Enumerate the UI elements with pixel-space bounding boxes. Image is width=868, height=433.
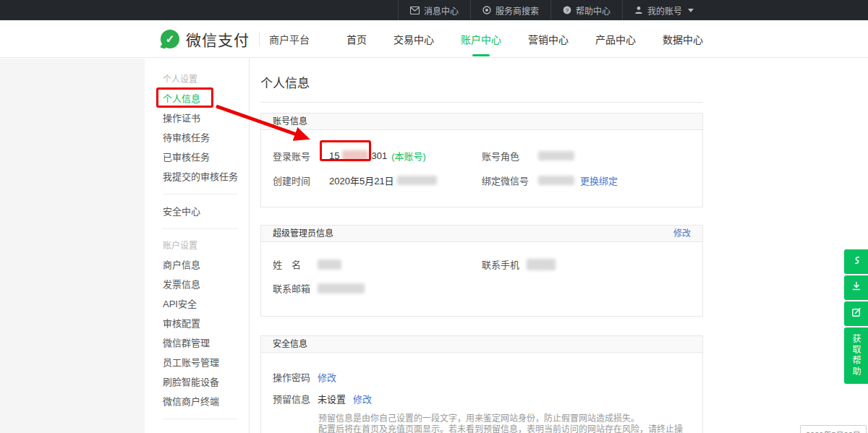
sidebar-divider <box>163 419 238 419</box>
edit-reserved-info-link[interactable]: 修改 <box>353 392 372 406</box>
bound-wechat-label: 绑定微信号 <box>482 173 538 187</box>
header: ✓ 微信支付 商户平台 首页 交易中心 账户中心 营销中心 产品中心 数据中心 <box>0 20 868 58</box>
left-gutter <box>0 59 145 433</box>
sidebar-item-wechat-group-mgmt[interactable]: 微信群管理 <box>145 333 249 353</box>
sidebar-item-security-center[interactable]: 安全中心 <box>145 202 249 221</box>
super-admin-panel-header: 超级管理员信息 修改 <box>261 226 702 242</box>
title-divider <box>260 102 703 103</box>
provider-search-link[interactable]: 服务商搜索 <box>470 0 550 20</box>
get-help-button[interactable]: 获取帮助 <box>844 327 868 384</box>
search-icon <box>482 6 491 14</box>
redacted-contact-phone <box>527 259 556 270</box>
link-icon <box>851 255 861 268</box>
operation-password-label: 操作密码 <box>273 370 318 384</box>
question-icon: ? <box>563 6 571 14</box>
envelope-icon <box>410 7 420 14</box>
redacted-created-time <box>397 176 437 185</box>
security-info-panel: 安全信息 操作密码 修改 预留信息 未设置 修改 预留 <box>260 335 703 433</box>
nav-data-center[interactable]: 数据中心 <box>663 27 703 51</box>
account-info-panel-header: 账号信息 <box>261 113 702 130</box>
super-admin-panel-title: 超级管理员信息 <box>273 226 333 241</box>
nav-home[interactable]: 首页 <box>346 27 367 51</box>
brand-separator <box>259 32 260 46</box>
redacted-login-middle <box>342 150 368 161</box>
edit-admin-link[interactable]: 修改 <box>673 226 691 241</box>
sidebar-item-review-config[interactable]: 审核配置 <box>145 314 249 333</box>
page-title: 个人信息 <box>260 73 703 91</box>
nav-product-center[interactable]: 产品中心 <box>595 27 636 51</box>
sidebar-item-api-security[interactable]: API安全 <box>145 294 249 314</box>
sidebar: 个人设置 个人信息 操作证书 待审核任务 已审核任务 我提交的审核任务 安全中心… <box>145 59 250 433</box>
sidebar-section-account-settings: 账户设置 <box>145 236 249 255</box>
my-account-label: 我的账号 <box>647 4 682 17</box>
sidebar-divider <box>163 194 238 194</box>
redacted-account-role <box>538 151 574 160</box>
super-admin-panel: 超级管理员信息 修改 姓 名 联系手机 联系邮箱 <box>260 225 703 317</box>
help-center-label: 帮助中心 <box>576 4 610 17</box>
sidebar-item-merchant-info[interactable]: 商户信息 <box>145 255 249 275</box>
help-widget: 获取帮助 <box>844 249 868 384</box>
sidebar-item-wechat-merchant-terminal[interactable]: 微信商户终端 <box>145 392 249 411</box>
current-account-tag: (本账号) <box>391 149 426 163</box>
sidebar-item-operation-certificate[interactable]: 操作证书 <box>145 108 249 128</box>
nav-marketing-center[interactable]: 营销中心 <box>528 27 569 51</box>
topbar: 消息中心 服务商搜索 ? 帮助中心 我的账号 <box>0 0 868 20</box>
wechat-pay-logo: ✓ <box>161 30 179 48</box>
sidebar-item-staff-account-mgmt[interactable]: 员工账号管理 <box>145 353 249 372</box>
redacted-wechat-id <box>538 176 574 185</box>
admin-name-label: 姓 名 <box>273 257 318 271</box>
login-account-value: 15301 <box>329 150 387 161</box>
created-time-value: 2020年5月21日 <box>329 173 437 187</box>
account-role-label: 账号角色 <box>482 149 538 163</box>
security-info-panel-body: 操作密码 修改 预留信息 未设置 修改 预留信息是由你自己设置的一段文字，用来鉴… <box>261 353 702 433</box>
my-account-menu[interactable]: 我的账号 <box>622 0 705 20</box>
message-center-link[interactable]: 消息中心 <box>398 0 470 20</box>
contact-email-label: 联系邮箱 <box>273 281 318 295</box>
change-binding-link[interactable]: 更换绑定 <box>580 173 618 187</box>
reserved-info-value: 未设置 <box>318 392 346 406</box>
contact-phone-label: 联系手机 <box>482 257 527 271</box>
svg-text:?: ? <box>566 7 569 14</box>
page-body: 个人设置 个人信息 操作证书 待审核任务 已审核任务 我提交的审核任务 安全中心… <box>0 59 868 433</box>
provider-search-label: 服务商搜索 <box>495 4 539 17</box>
main-content: 个人信息 账号信息 登录账号 15301 (本账号) 账号角色 <box>260 59 703 433</box>
feedback-button[interactable] <box>844 301 868 326</box>
redacted-admin-name <box>318 260 341 270</box>
edit-icon <box>851 307 861 320</box>
account-info-panel-body: 登录账号 15301 (本账号) 账号角色 创建时间 <box>261 130 702 207</box>
date-tooltip: 2020年5月22日 <box>800 425 867 433</box>
nav-account-center[interactable]: 账户中心 <box>461 27 501 51</box>
reserved-info-description: 预留信息是由你自己设置的一段文字，用来鉴定网站身份，防止假冒网站造成损失。 配置… <box>318 413 691 433</box>
download-button[interactable] <box>844 275 868 300</box>
redacted-contact-email <box>318 283 365 293</box>
sidebar-item-invoice-info[interactable]: 发票信息 <box>145 275 249 294</box>
sidebar-section-personal-settings: 个人设置 <box>145 70 249 89</box>
brand-title: 微信支付 <box>186 28 250 50</box>
edit-password-link[interactable]: 修改 <box>318 370 336 384</box>
help-center-link[interactable]: ? 帮助中心 <box>550 0 622 20</box>
sidebar-item-pending-review-tasks[interactable]: 待审核任务 <box>145 128 249 147</box>
user-icon <box>634 6 643 14</box>
super-admin-panel-body: 姓 名 联系手机 联系邮箱 <box>261 242 702 316</box>
reserved-desc-line2: 配置后将在首页及充值页面显示。若未看到预留信息，表明当前访问的网站存在风险，请终… <box>318 424 691 433</box>
link-button[interactable] <box>844 249 868 274</box>
security-info-panel-title: 安全信息 <box>273 336 307 352</box>
login-account-label: 登录账号 <box>273 149 329 163</box>
sidebar-divider <box>163 228 238 229</box>
created-time-label: 创建时间 <box>273 173 329 187</box>
portal-title: 商户平台 <box>269 32 310 46</box>
reserved-desc-line1: 预留信息是由你自己设置的一段文字，用来鉴定网站身份，防止假冒网站造成损失。 <box>318 413 691 424</box>
nav-transaction-center[interactable]: 交易中心 <box>393 27 434 51</box>
reserved-info-label: 预留信息 <box>273 392 318 406</box>
download-icon <box>851 281 861 294</box>
caret-down-icon <box>688 9 694 12</box>
sidebar-item-reviewed-tasks[interactable]: 已审核任务 <box>145 147 249 167</box>
sidebar-item-personal-info[interactable]: 个人信息 <box>145 89 249 108</box>
sidebar-item-my-submitted-tasks[interactable]: 我提交的审核任务 <box>145 167 249 187</box>
primary-nav: 首页 交易中心 账户中心 营销中心 产品中心 数据中心 <box>346 20 703 58</box>
account-info-panel: 账号信息 登录账号 15301 (本账号) 账号角色 <box>260 113 703 207</box>
account-info-panel-title: 账号信息 <box>273 113 307 129</box>
message-center-label: 消息中心 <box>424 4 459 17</box>
sidebar-item-face-smart-device[interactable]: 刷脸智能设备 <box>145 372 249 392</box>
security-info-panel-header: 安全信息 <box>261 336 702 353</box>
